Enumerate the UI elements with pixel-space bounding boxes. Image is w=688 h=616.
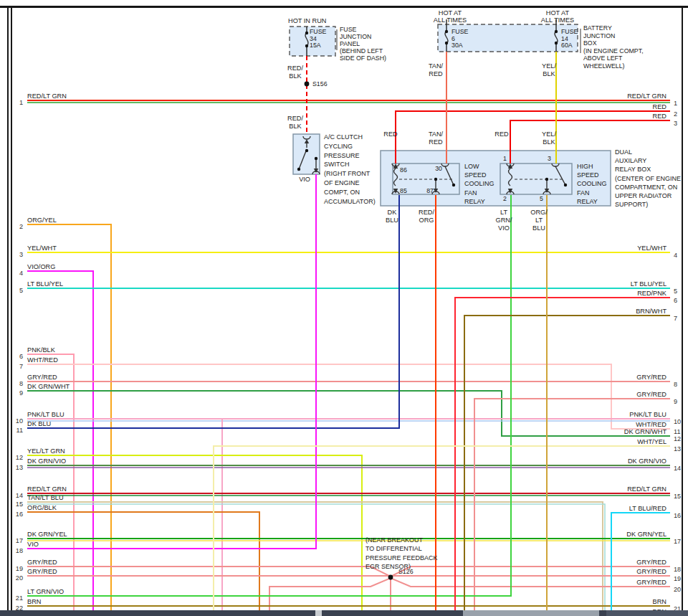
right-wire-number-19: 19 xyxy=(674,575,681,582)
pane-splitter-handle[interactable] xyxy=(315,610,322,616)
annotation-low-speed-relay-label: FAN xyxy=(464,189,477,196)
annotation-lt-grn-vio-label: VIO xyxy=(498,224,510,232)
annotation-dual-aux-relay-label: SUPPORT) xyxy=(615,201,648,208)
left-wire-label-19: GRY/RED xyxy=(27,559,57,566)
annotation-ac-switch-label: PRESSURE xyxy=(324,152,360,159)
horizontal-scrollbar-thumb[interactable] xyxy=(463,610,599,616)
left-wire-number-21: 21 xyxy=(16,594,23,602)
annotation-yel-blk-label-2: BLK xyxy=(543,138,555,146)
annotation-dual-aux-relay-label: (CENTER OF ENGINE xyxy=(615,175,681,182)
left-wire-label-17: DK GRN/YEL xyxy=(27,531,67,538)
diagram-left-border-inner xyxy=(11,6,12,610)
left-wire-number-14: 14 xyxy=(16,492,23,499)
left-wire-number-1: 1 xyxy=(19,99,23,106)
annotation-fuse-14: FUSE xyxy=(561,28,578,35)
left-wire-label-21: LT GRN/VIO xyxy=(27,588,64,595)
left-wire-number-20: 20 xyxy=(16,574,23,582)
left-wire-label-12: YEL/LT GRN xyxy=(27,447,65,455)
right-wire-label-19: GRY/RED xyxy=(636,568,666,575)
wire-lt-grn-vio xyxy=(27,195,511,596)
annotation-red-blk-label-2: BLK xyxy=(289,123,302,130)
dual-aux-relay-box xyxy=(381,151,611,206)
annotation-fuse-junction-panel: FUSE xyxy=(340,26,357,33)
annotation-battery-junction-label: JUNCTION xyxy=(583,32,615,39)
left-wire-label-8: GRY/RED xyxy=(27,374,57,381)
annotation-fuse-junction-panel: (BEHIND LEFT xyxy=(340,47,383,55)
right-wire-label-10: PNK/LT BLU xyxy=(629,411,666,418)
annotation-egr-note: PRESSURE FEEDBACK xyxy=(366,554,438,561)
annotation-fuse-34: 15A xyxy=(310,42,321,49)
left-wire-label-22: BRN xyxy=(27,598,41,605)
annotation-battery-junction-label: WHEELWELL) xyxy=(583,62,625,70)
annotation-dual-aux-relay-label: RELAY BOX xyxy=(615,166,651,173)
right-wire-number-10: 10 xyxy=(674,418,681,425)
left-wire-number-5: 5 xyxy=(19,287,23,294)
annotation-pin-30: 30 xyxy=(435,165,442,172)
annotation-pin-3: 3 xyxy=(548,155,551,162)
annotation-pin-86: 86 xyxy=(400,166,407,174)
annotation-fuse-6: 30A xyxy=(452,42,463,49)
annotation-battery-junction-label: ABOVE LEFT xyxy=(583,55,623,62)
left-wire-label-6: PNK/BLK xyxy=(27,346,56,354)
left-wire-label-18: VIO xyxy=(27,541,39,548)
annotation-red-org-label: RED/ xyxy=(419,209,434,216)
annotation-tan-red-label-1: TAN/ xyxy=(429,62,444,70)
annotation-red-label-1: RED xyxy=(383,131,398,138)
right-wire-label-1: RED/LT GRN xyxy=(627,93,666,100)
left-wire-label-16: ORG/BLK xyxy=(27,504,57,511)
annotation-dual-aux-relay-label: DUAL xyxy=(615,148,632,156)
right-wire-number-2: 2 xyxy=(674,110,677,118)
right-wire-number-12: 12 xyxy=(674,435,681,442)
right-wire-label-6: RED/PNK xyxy=(637,290,667,297)
right-wire-label-3: RED xyxy=(653,113,667,120)
right-wire-label-12: DK GRN/WHT xyxy=(624,428,667,435)
right-wire-number-20: 20 xyxy=(674,586,681,593)
left-wire-label-13: DK GRN/VIO xyxy=(27,458,66,465)
annotation-low-speed-relay-label: COOLING xyxy=(464,180,494,187)
annotation-org-lt-blu-label: LT xyxy=(535,217,543,224)
annotation-fuse-junction-panel: PANEL xyxy=(340,40,360,47)
annotation-pin-1: 1 xyxy=(503,155,507,162)
right-wire-label-15: RED/LT GRN xyxy=(627,485,666,493)
annotation-fuse-34: FUSE xyxy=(310,28,327,35)
annotation-ac-switch-label: (RIGHT FRONT xyxy=(324,170,371,177)
right-wire-label-7: BRN/WHT xyxy=(636,308,666,315)
annotation-high-speed-relay-label: HIGH xyxy=(577,163,593,170)
annotation-hot-in-run: HOT IN RUN xyxy=(288,17,326,24)
right-wire-label-8: GRY/RED xyxy=(636,374,666,381)
annotation-pin-2: 2 xyxy=(503,195,507,202)
left-wire-label-10: PNK/LT BLU xyxy=(27,411,64,418)
annotation-dk-blu-label: BLU xyxy=(386,217,398,224)
left-wire-label-5: LT BLU/YEL xyxy=(27,280,63,288)
annotation-fuse-34: 34 xyxy=(310,35,317,42)
annotation-ac-switch-label: CYCLING xyxy=(324,143,353,150)
left-wire-label-20: GRY/RED xyxy=(27,568,57,575)
annotation-hot-at-all-times-1: HOT AT xyxy=(439,9,462,16)
left-wire-number-9: 9 xyxy=(19,389,23,397)
annotation-red-label-2: RED xyxy=(494,131,509,138)
annotation-battery-junction-label: BOX xyxy=(583,39,597,47)
annotation-yel-blk-label-2: YEL/ xyxy=(542,131,556,138)
annotation-high-speed-relay-label: SPEED xyxy=(577,171,599,179)
left-wire-number-11: 11 xyxy=(16,427,23,434)
annotation-yel-blk-label-1: BLK xyxy=(543,70,555,77)
annotation-fuse-14: 14 xyxy=(561,35,568,42)
annotation-low-speed-relay-label: SPEED xyxy=(464,171,487,179)
left-wire-number-2: 2 xyxy=(19,223,23,230)
splice-S156 xyxy=(305,82,310,87)
annotation-pin-85: 85 xyxy=(400,187,407,194)
right-wire-label-18: GRY/RED xyxy=(636,559,666,566)
right-wire-label-13: WHT/YEL xyxy=(637,438,666,445)
wire-gry-red-row19 xyxy=(27,567,670,577)
right-wire-label-9: GRY/RED xyxy=(636,391,666,398)
right-wire-label-2: RED xyxy=(653,103,667,110)
annotation-tan-red-label-2: TAN/ xyxy=(429,131,444,138)
left-wire-number-16: 16 xyxy=(16,511,23,518)
left-wire-number-10: 10 xyxy=(16,417,23,425)
right-wire-number-4: 4 xyxy=(674,252,677,259)
left-wire-label-3: YEL/WHT xyxy=(27,245,57,252)
left-wire-number-6: 6 xyxy=(19,353,23,360)
left-wire-number-18: 18 xyxy=(16,547,23,554)
wiring-diagram-canvas: HOT IN RUNFUSE3415AFUSEJUNCTIONPANEL(BEH… xyxy=(0,0,688,616)
right-wire-number-9: 9 xyxy=(674,398,677,405)
